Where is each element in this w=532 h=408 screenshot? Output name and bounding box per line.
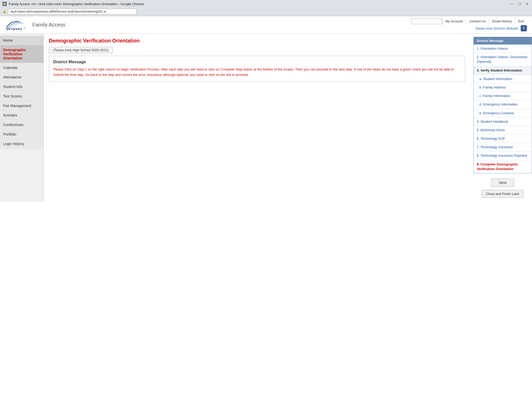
right-panel-item-technology-aup[interactable]: 6. Technology AUP <box>474 135 532 143</box>
sidebar-item-fee-management[interactable]: Fee Management <box>0 101 43 111</box>
district-message-box: District Message Please Click on Step 1 … <box>49 56 465 82</box>
page-title: Demographic Verification Orientation <box>49 38 465 44</box>
right-panel-item-verify-student-info: 3. Verify Student Information <box>474 66 532 75</box>
right-panel-item-emergency-contacts[interactable]: e. Emergency Contacts <box>474 109 532 118</box>
browser-favicon: A <box>3 2 7 6</box>
sidebar-item-portfolio[interactable]: Portfolio <box>0 130 43 139</box>
right-panel-item-student-information[interactable]: a. Student Information <box>474 75 532 83</box>
right-panel-item-technology-insurance-payment[interactable]: 8. Technology Insurance Payment <box>474 152 532 160</box>
right-panel-item-family-address[interactable]: b. Family Address <box>474 83 532 92</box>
right-panel-item-student-handbook[interactable]: 4. Student Handbook <box>474 118 532 126</box>
svg-text:®: ® <box>24 28 25 29</box>
right-panel-item-complete-demographic[interactable]: 9. Complete Demographic Verification Ori… <box>474 160 532 173</box>
svg-text:SKYWARD: SKYWARD <box>6 28 22 31</box>
school-tab[interactable]: (Tawas Area High School 2020-2021) <box>49 47 113 53</box>
district-message-text: Please Click on Step 1 on the right colu… <box>53 67 461 78</box>
next-button[interactable]: Next <box>491 179 515 187</box>
top-nav-left: SKYWARD ® Family Access <box>5 19 65 31</box>
exit-link[interactable]: Exit <box>515 18 527 24</box>
right-panel-item-family-information[interactable]: c. Family Information <box>474 92 532 100</box>
top-nav-secondary: Tawas Area Schools Website f <box>475 25 527 31</box>
top-nav-links: My Account Contact Us Email History Exit <box>411 18 527 24</box>
minimize-button[interactable]: — <box>509 2 514 6</box>
district-message-title: District Message <box>53 60 461 64</box>
close-and-finish-later-button[interactable]: Close and Finish Later <box>482 190 524 198</box>
close-button[interactable]: ✕ <box>525 2 529 6</box>
maximize-button[interactable]: ☐ <box>517 2 522 6</box>
lock-icon: 🔒 <box>3 10 6 13</box>
sidebar-item-student-info[interactable]: Student Info <box>0 82 43 92</box>
sidebar-item-login-history[interactable]: Login History <box>0 139 43 149</box>
skyward-logo: SKYWARD ® <box>5 19 28 31</box>
skyward-logo-svg: SKYWARD ® <box>5 19 28 31</box>
contact-us-link[interactable]: Contact Us <box>466 18 489 24</box>
right-panel: District Message 1. Orientation Videos 2… <box>470 34 532 202</box>
sidebar-item-demographic-verification[interactable]: Demographic Verification Orientation <box>0 45 43 63</box>
top-navigation: SKYWARD ® Family Access My Account Conta… <box>0 16 532 34</box>
page-wrapper: SKYWARD ® Family Access My Account Conta… <box>0 16 532 202</box>
top-nav-right: My Account Contact Us Email History Exit… <box>411 18 527 31</box>
main-content: Home Demographic Verification Orientatio… <box>0 34 532 202</box>
sidebar-item-test-scores[interactable]: Test Scores <box>0 92 43 101</box>
right-panel-item-technology-insurance[interactable]: 7. Technology Insurance <box>474 143 532 152</box>
right-panel-inner: District Message 1. Orientation Videos 2… <box>473 37 532 173</box>
browser-title: Family Access <b> <font color=red> Demog… <box>9 2 507 6</box>
sidebar-item-attendance[interactable]: Attendance <box>0 73 43 82</box>
right-panel-item-emergency-information[interactable]: d. Emergency Information <box>474 100 532 109</box>
right-panel-buttons: Next Close and Finish Later <box>473 173 532 199</box>
browser-chrome: A Family Access <b> <font color=red> Dem… <box>0 0 532 16</box>
right-panel-item-mckinney-vento[interactable]: 5. McKinney-Vento <box>474 126 532 135</box>
my-account-link[interactable]: My Account <box>442 18 466 24</box>
sidebar-item-calendar[interactable]: Calendar <box>0 63 43 73</box>
sidebar-item-conferences[interactable]: Conferences <box>0 120 43 130</box>
sidebar-item-activities[interactable]: Activities <box>0 111 43 120</box>
right-panel-item-orientation-videos[interactable]: 1. Orientation Videos <box>474 45 532 53</box>
content-area: Demographic Verification Orientation (Ta… <box>44 34 470 202</box>
email-history-link[interactable]: Email History <box>489 18 515 24</box>
url-bar[interactable]: sky4.baisd.net/scripts/wsisa.dll/WServic… <box>8 9 136 14</box>
app-title: Family Access <box>32 22 65 28</box>
school-website-link[interactable]: Tawas Area Schools Website <box>475 26 518 30</box>
search-input[interactable] <box>411 19 442 24</box>
svg-text:A: A <box>4 3 5 5</box>
right-panel-item-orientation-videos-optional[interactable]: 2. Orientation Videos / Documents (Optio… <box>474 53 532 66</box>
facebook-icon[interactable]: f <box>521 25 527 31</box>
right-panel-header: District Message <box>474 37 532 45</box>
browser-controls[interactable]: — ☐ ✕ <box>509 2 529 6</box>
sidebar-item-home[interactable]: Home <box>0 36 43 45</box>
sidebar: Home Demographic Verification Orientatio… <box>0 34 44 202</box>
